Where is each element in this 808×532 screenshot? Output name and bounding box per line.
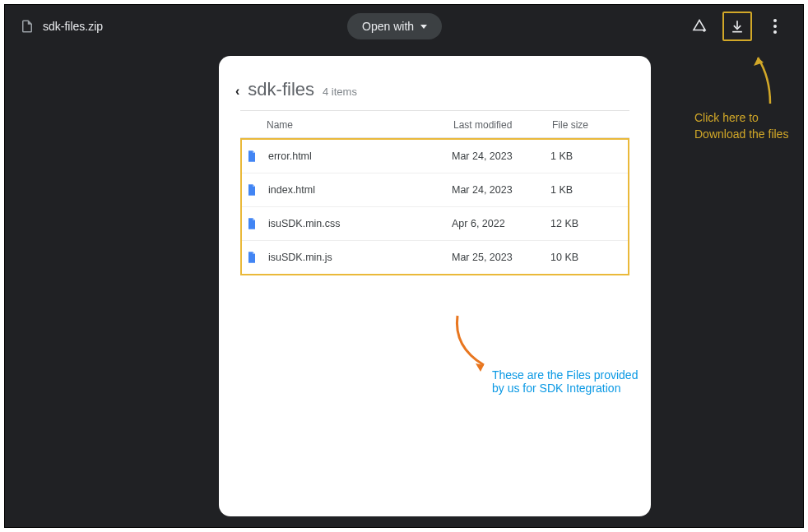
card-header: ‹ sdk-files 4 items xyxy=(219,79,651,110)
file-name: index.html xyxy=(268,184,452,196)
file-size: 10 KB xyxy=(550,252,625,263)
blue-annotation-text: These are the Files provided by us for S… xyxy=(492,368,651,395)
back-chevron-icon[interactable]: ‹ xyxy=(235,84,239,99)
yellow-arrow-annotation xyxy=(747,53,780,109)
download-button-highlight xyxy=(722,12,752,41)
file-modified: Mar 24, 2023 xyxy=(452,184,550,196)
table-header: Name Last modified File size xyxy=(240,110,629,138)
file-modified: Apr 6, 2022 xyxy=(452,218,550,229)
file-type-icon xyxy=(245,182,258,198)
col-name: Name xyxy=(267,119,453,131)
viewer-window: sdk-files.zip Open with ‹ sdk-files 4 xyxy=(4,4,804,528)
file-row[interactable]: error.html Mar 24, 2023 1 KB xyxy=(242,140,628,173)
add-to-drive-button[interactable] xyxy=(686,13,713,39)
topbar-actions xyxy=(686,12,788,41)
file-row[interactable]: isuSDK.min.js Mar 25, 2023 10 KB xyxy=(242,241,628,274)
file-title: sdk-files.zip xyxy=(43,20,103,33)
topbar: sdk-files.zip Open with xyxy=(5,5,803,48)
item-count: 4 items xyxy=(323,86,357,98)
file-size: 1 KB xyxy=(550,150,625,162)
yellow-annotation-text: Click here to Download the files xyxy=(694,110,801,142)
col-size: File size xyxy=(552,119,626,131)
orange-arrow-annotation xyxy=(449,314,499,376)
file-modified: Mar 24, 2023 xyxy=(452,150,550,162)
document-icon xyxy=(20,17,35,35)
file-type-icon xyxy=(245,215,258,232)
file-type-icon xyxy=(245,249,258,266)
open-with-label: Open with xyxy=(362,20,414,33)
download-button[interactable] xyxy=(724,13,750,39)
file-row[interactable]: isuSDK.min.css Apr 6, 2022 12 KB xyxy=(242,207,628,241)
file-name: isuSDK.min.js xyxy=(268,252,452,263)
col-modified: Last modified xyxy=(453,119,552,131)
more-vertical-icon xyxy=(773,19,777,34)
file-size: 12 KB xyxy=(550,218,625,229)
file-type-icon xyxy=(245,148,258,164)
caret-down-icon xyxy=(420,25,427,29)
more-options-button[interactable] xyxy=(762,13,788,39)
folder-name: sdk-files xyxy=(248,79,314,100)
file-name: isuSDK.min.css xyxy=(268,218,452,229)
preview-card: ‹ sdk-files 4 items Name Last modified F… xyxy=(219,56,651,516)
file-modified: Mar 25, 2023 xyxy=(452,252,550,263)
file-row[interactable]: index.html Mar 24, 2023 1 KB xyxy=(242,173,628,207)
file-name: error.html xyxy=(268,150,452,162)
files-highlight-box: error.html Mar 24, 2023 1 KB index.html … xyxy=(240,138,629,275)
file-size: 1 KB xyxy=(550,184,625,196)
open-with-button[interactable]: Open with xyxy=(347,13,442,39)
